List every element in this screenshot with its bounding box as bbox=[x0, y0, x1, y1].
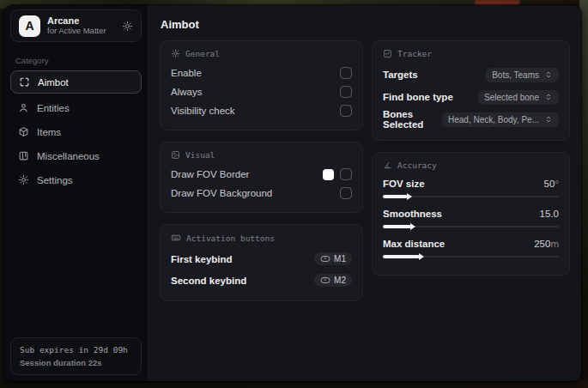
slider-value: 250 bbox=[534, 239, 550, 249]
crosshair-icon bbox=[19, 76, 30, 88]
brand-subtitle: for Active Matter bbox=[47, 27, 115, 36]
unfold-icon bbox=[544, 115, 553, 124]
first-keybind-badge[interactable]: M1 bbox=[314, 252, 352, 265]
setting-row: Enable bbox=[171, 64, 352, 82]
sidebar-item-aimbot[interactable]: Aimbot bbox=[10, 70, 142, 94]
always-checkbox[interactable] bbox=[340, 86, 352, 98]
sidebar: A Arcane for Active Matter Category bbox=[4, 5, 149, 381]
game-backdrop-bottom bbox=[0, 380, 588, 388]
category-nav: Aimbot Entities Items bbox=[4, 70, 148, 191]
session-duration-text: Session duration 22s bbox=[20, 358, 132, 367]
brand-title: Arcane bbox=[47, 15, 115, 27]
second-keybind-badge[interactable]: M2 bbox=[314, 274, 352, 287]
image-icon bbox=[171, 150, 180, 160]
unfold-icon bbox=[544, 93, 553, 101]
slider-fill[interactable] bbox=[383, 195, 408, 198]
select-label: Bones Selected bbox=[383, 109, 442, 130]
setting-label: Visibility check bbox=[171, 106, 235, 116]
sidebar-item-miscellaneous[interactable]: Miscellaneous bbox=[10, 144, 142, 167]
cheat-menu-window: A Arcane for Active Matter Category bbox=[4, 5, 581, 381]
setting-label: Draw FOV Background bbox=[171, 188, 272, 198]
section-title: General bbox=[185, 49, 220, 58]
settings-sun-icon bbox=[171, 49, 180, 58]
keybind-label: Second keybind bbox=[171, 276, 246, 286]
draw-fov-background-checkbox[interactable] bbox=[340, 187, 352, 199]
slider-fill[interactable] bbox=[383, 225, 411, 228]
setting-row: Draw FOV Background bbox=[171, 184, 352, 203]
sidebar-item-label: Settings bbox=[37, 175, 73, 185]
setting-label: Enable bbox=[171, 68, 202, 78]
sidebar-item-settings[interactable]: Settings bbox=[10, 168, 142, 191]
select-label: Targets bbox=[383, 70, 418, 80]
select-row: Find bone type Selected bone bbox=[383, 86, 559, 108]
keybind-value: M2 bbox=[334, 276, 346, 285]
fov-border-color-swatch[interactable] bbox=[323, 169, 334, 180]
general-card: General Enable Always Visibility check bbox=[160, 40, 363, 130]
slider-value: 50 bbox=[544, 179, 555, 189]
slider-label: FOV size bbox=[383, 179, 425, 189]
slider-group: Max distance 250m bbox=[383, 235, 559, 258]
slider-unit: m bbox=[550, 239, 559, 249]
bones-selected-select[interactable]: Head, Neck, Body, Pe... bbox=[442, 112, 559, 127]
keybind-row: Second keybind M2 bbox=[171, 270, 352, 291]
keyboard-icon bbox=[171, 233, 181, 243]
fov-size-slider[interactable] bbox=[383, 195, 559, 198]
max-distance-slider[interactable] bbox=[383, 255, 559, 258]
sidebar-item-label: Aimbot bbox=[38, 77, 69, 88]
slider-label: Smoothness bbox=[383, 209, 442, 219]
select-label: Find bone type bbox=[383, 92, 453, 102]
layout-grid-icon bbox=[18, 150, 29, 161]
sidebar-item-items[interactable]: Items bbox=[10, 120, 142, 143]
subscription-status-card: Sub expires in 29d 09h Session duration … bbox=[10, 337, 142, 375]
keybind-row: First keybind M1 bbox=[171, 248, 352, 270]
draw-fov-border-checkbox[interactable] bbox=[340, 168, 352, 180]
accuracy-card: Accuracy FOV size 50° Smoothness bbox=[372, 152, 570, 276]
right-column: Tracker Targets Bots, Teams Find bone bbox=[372, 40, 570, 276]
targets-select[interactable]: Bots, Teams bbox=[486, 68, 559, 82]
sub-expiry-text: Sub expires in 29d 09h bbox=[20, 345, 132, 355]
setting-row: Draw FOV Border bbox=[171, 165, 352, 184]
visual-card: Visual Draw FOV Border Draw FOV Backgrou… bbox=[160, 142, 363, 213]
tracker-card: Tracker Targets Bots, Teams Find bone bbox=[372, 40, 570, 141]
angle-icon bbox=[383, 161, 392, 170]
sidebar-item-label: Entities bbox=[37, 103, 70, 113]
slider-group: Smoothness 15.0 bbox=[383, 205, 559, 228]
section-title: Visual bbox=[185, 150, 215, 160]
slider-label: Max distance bbox=[383, 239, 445, 249]
gear-icon bbox=[18, 174, 29, 185]
visibility-check-checkbox[interactable] bbox=[340, 105, 352, 117]
enable-checkbox[interactable] bbox=[340, 67, 352, 79]
sidebar-item-entities[interactable]: Entities bbox=[10, 96, 142, 119]
main-panel: Aimbot General Enable bbox=[149, 5, 581, 381]
keybind-value: M1 bbox=[334, 254, 346, 264]
mouse-icon bbox=[320, 255, 330, 263]
mouse-icon bbox=[320, 276, 330, 284]
section-title: Tracker bbox=[397, 49, 432, 58]
page-title: Aimbot bbox=[161, 18, 199, 31]
select-value: Bots, Teams bbox=[492, 70, 539, 80]
setting-label: Always bbox=[171, 87, 202, 97]
left-column: General Enable Always Visibility check bbox=[160, 40, 363, 301]
section-title: Accuracy bbox=[397, 161, 437, 170]
unfold-icon bbox=[544, 70, 553, 79]
setting-label: Draw FOV Border bbox=[171, 169, 249, 179]
brand-card: A Arcane for Active Matter bbox=[10, 9, 142, 42]
cube-icon bbox=[18, 126, 29, 137]
select-value: Head, Neck, Body, Pe... bbox=[448, 115, 539, 124]
category-label: Category bbox=[15, 56, 148, 65]
select-value: Selected bone bbox=[484, 93, 539, 102]
select-row: Targets Bots, Teams bbox=[383, 64, 559, 86]
activation-buttons-card: Activation buttons First keybind M1 S bbox=[160, 224, 363, 301]
smoothness-slider[interactable] bbox=[383, 225, 559, 228]
gear-icon[interactable] bbox=[122, 21, 133, 32]
setting-row: Visibility check bbox=[171, 101, 352, 120]
slider-unit: ° bbox=[555, 179, 559, 189]
find-bone-type-select[interactable]: Selected bone bbox=[478, 90, 559, 105]
person-icon bbox=[18, 102, 29, 113]
setting-row: Always bbox=[171, 82, 352, 101]
keybind-label: First keybind bbox=[171, 254, 233, 264]
slider-value: 15.0 bbox=[540, 209, 559, 219]
sidebar-item-label: Miscellaneous bbox=[37, 151, 100, 161]
slider-fill[interactable] bbox=[383, 255, 420, 258]
activity-icon bbox=[383, 49, 392, 58]
